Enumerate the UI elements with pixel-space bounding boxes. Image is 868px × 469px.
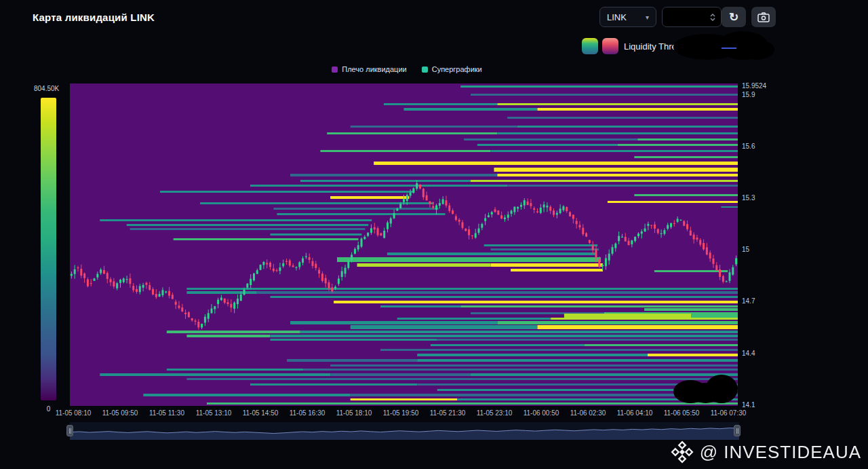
threshold-stepper[interactable] bbox=[662, 7, 722, 27]
x-axis-label: 11-05 16:30 bbox=[290, 409, 326, 417]
y-axis-label: 15.3 bbox=[742, 194, 755, 202]
x-axis-label: 11-05 09:50 bbox=[102, 409, 138, 417]
screenshot-button[interactable] bbox=[751, 7, 776, 27]
y-axis-label: 15.9 bbox=[742, 91, 755, 98]
x-axis-label: 11-05 21:30 bbox=[430, 409, 466, 417]
legend-swatch-purple bbox=[332, 67, 338, 73]
legend-swatch-teal bbox=[422, 67, 428, 73]
stepper-spin-icons[interactable] bbox=[710, 14, 715, 21]
refresh-icon: ↻ bbox=[729, 12, 738, 23]
x-axis-label: 11-06 04:10 bbox=[617, 409, 653, 417]
x-axis-label: 11-05 18:10 bbox=[336, 409, 372, 417]
x-axis-label: 11-05 13:10 bbox=[196, 409, 232, 417]
liquidation-heatmap-canvas[interactable] bbox=[70, 83, 738, 406]
navigator-canvas[interactable] bbox=[70, 422, 739, 440]
chevron-down-icon: ▾ bbox=[646, 14, 649, 21]
legend-label: Плечо ликвидации bbox=[342, 65, 406, 73]
y-axis-label: 15 bbox=[742, 246, 749, 253]
navigator[interactable] bbox=[70, 422, 739, 440]
camera-icon bbox=[757, 12, 770, 22]
navigator-left-handle[interactable] bbox=[66, 425, 73, 436]
chart-redaction-blob bbox=[705, 375, 738, 403]
page-root: Карта ликвидаций LINK LINK ▾ ↻ Liquidity… bbox=[0, 0, 868, 469]
y-axis-label: 15.9524 bbox=[742, 81, 766, 89]
watermark: @ INVESTIDEAUA bbox=[671, 440, 861, 464]
series-legend: Плечо ликвидации Суперграфики bbox=[0, 65, 814, 73]
symbol-select-value: LINK bbox=[607, 12, 627, 22]
legend-item-supercharts[interactable]: Суперграфики bbox=[422, 65, 482, 73]
legend-item-liquidation-leverage[interactable]: Плечо ликвидации bbox=[332, 65, 406, 73]
stepper-up-icon[interactable] bbox=[710, 14, 715, 17]
x-axis-label: 11-05 19:50 bbox=[383, 409, 419, 417]
redaction-blue-dash bbox=[722, 48, 736, 49]
colorbar-min-label: 0 bbox=[41, 405, 56, 413]
x-axis-label: 11-05 23:10 bbox=[477, 409, 513, 417]
magma-gradient-swatch bbox=[602, 38, 618, 54]
x-axis-label: 11-06 05:50 bbox=[664, 409, 700, 417]
y-axis-label: 14.7 bbox=[742, 297, 755, 305]
symbol-select[interactable]: LINK ▾ bbox=[599, 7, 656, 27]
page-title: Карта ликвидаций LINK bbox=[33, 12, 155, 23]
x-axis-label: 11-05 11:30 bbox=[149, 409, 184, 417]
x-axis-label: 11-05 14:50 bbox=[243, 409, 279, 417]
stepper-down-icon[interactable] bbox=[710, 18, 715, 21]
y-axis-label: 15.6 bbox=[742, 143, 755, 150]
refresh-button[interactable]: ↻ bbox=[722, 7, 746, 27]
y-axis-label: 14.1 bbox=[742, 400, 755, 408]
x-axis-label: 11-06 02:30 bbox=[570, 409, 606, 417]
plot-area bbox=[70, 83, 738, 406]
y-axis-label: 14.4 bbox=[742, 349, 755, 356]
legend-redaction-blob bbox=[738, 39, 774, 60]
x-axis-label: 11-06 00:50 bbox=[524, 409, 559, 417]
navigator-right-handle[interactable] bbox=[734, 425, 741, 436]
x-axis-label: 11-05 08:10 bbox=[56, 409, 92, 417]
binance-logo-icon bbox=[671, 440, 694, 464]
watermark-text: @ INVESTIDEAUA bbox=[700, 442, 861, 463]
x-axis-label: 11-06 07:30 bbox=[711, 409, 747, 417]
legend-label: Суперграфики bbox=[432, 65, 482, 73]
colorbar bbox=[41, 98, 56, 400]
colorbar-max-label: 804.50K bbox=[34, 85, 59, 92]
viridis-gradient-swatch bbox=[582, 38, 598, 54]
